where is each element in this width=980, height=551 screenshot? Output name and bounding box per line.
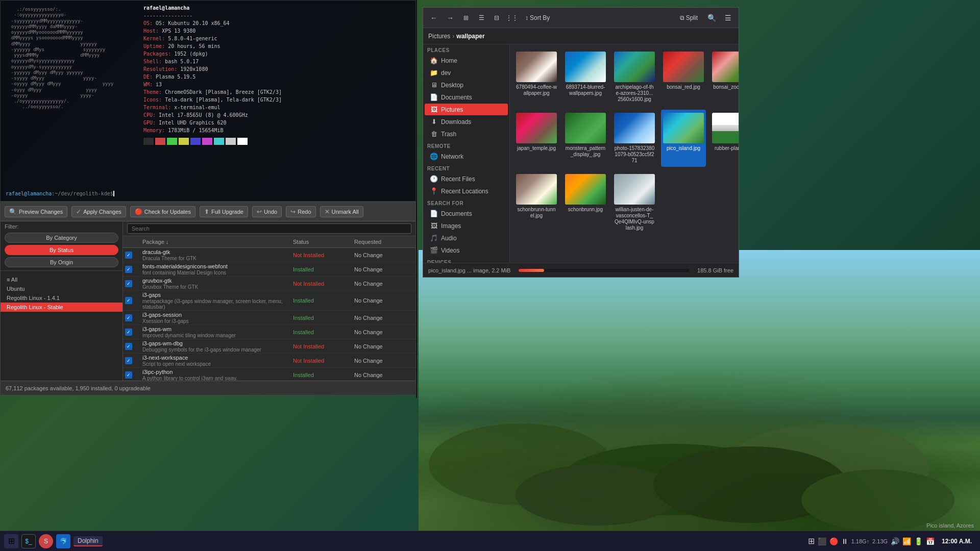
file-thumbnail [614, 174, 655, 205]
sidebar-item-label: Pictures [441, 106, 463, 113]
taskbar-synaptic-icon[interactable]: S [39, 534, 53, 548]
pkg-requested: No Change [352, 280, 413, 287]
icon-view-button[interactable]: ⊞ [460, 12, 472, 24]
taskbar-dolphin-label[interactable]: Dolphin [74, 536, 103, 546]
list-item[interactable]: pico_island.jpg [661, 110, 706, 167]
sidebar-item-search-audio[interactable]: 🎵 Audio [425, 232, 508, 244]
filter-by-category-button[interactable]: By Category [5, 233, 118, 243]
table-row[interactable]: ✓ fonts-materialdesignicons-webfontfont … [123, 262, 415, 277]
list-item[interactable]: schonbrunn-tunnel.jpg [514, 171, 559, 234]
list-item[interactable]: monstera_pattern_display_.jpg [563, 110, 608, 167]
list-item[interactable]: schonbrunn.jpg [563, 171, 608, 234]
unmark-all-button[interactable]: ✕ Unmark All [320, 206, 363, 217]
list-item[interactable]: bonsai_zoom.jpg [710, 48, 739, 106]
repo-all[interactable]: ≡ All [1, 275, 122, 284]
file-thumbnail [663, 113, 704, 143]
os-value: OS: Kubuntu 20.10 x86_64 [156, 20, 230, 26]
package-count-text: 67,112 packages available, 1,950 install… [6, 385, 151, 391]
sidebar-item-documents[interactable]: 📄 Documents [425, 91, 508, 103]
forward-button[interactable]: → [444, 11, 457, 24]
sidebar-item-search-images[interactable]: 🖼 Images [425, 220, 508, 232]
theme-value: ChromeOSDark [Plasma], Breeze [GTK2/3] [165, 89, 282, 95]
taskbar-nav-icon-1[interactable]: ⊞ [808, 536, 815, 546]
list-view-button[interactable]: ☰ [475, 12, 487, 24]
uptime-value: 20 hours, 56 mins [168, 43, 220, 49]
repo-regolith-141[interactable]: Regolith Linux - 1.4.1 [1, 293, 122, 303]
table-row[interactable]: ✓ i3-gaps-wmimproved dynamic tiling wind… [123, 325, 415, 339]
apply-changes-button[interactable]: ✓ Apply Changes [71, 206, 126, 217]
compact-view-button[interactable]: ⋮⋮ [506, 12, 518, 24]
sidebar-item-network[interactable]: 🌐 Network [425, 151, 508, 162]
sidebar-item-downloads[interactable]: ⬇ Downloads [425, 116, 508, 128]
sidebar-item-recent-locations[interactable]: 📍 Recent Locations [425, 185, 508, 197]
file-thumbnail [712, 113, 739, 143]
details-view-button[interactable]: ⊟ [491, 12, 503, 24]
repo-regolith-stable[interactable]: Regolith Linux - Stable [1, 303, 122, 312]
list-item[interactable]: bonsai_red.jpg [661, 48, 706, 106]
sidebar-item-label: Videos [441, 247, 459, 254]
menu-button[interactable]: ☰ [721, 11, 734, 24]
list-item[interactable]: 6780494-coffee-wallpaper.jpg [514, 48, 559, 106]
pkg-status: Not Installed [291, 357, 352, 364]
sidebar-item-search-documents[interactable]: 📄 Documents [425, 208, 508, 219]
search-input[interactable] [127, 223, 411, 234]
table-row[interactable]: ✓ i3ipc-pythonA python library to contro… [123, 368, 415, 381]
table-row[interactable]: ✓ dracula-gtkDracula Theme for GTK Not I… [123, 248, 415, 262]
full-upgrade-button[interactable]: ⬆ Full Upgrade [200, 206, 248, 217]
search-button[interactable]: 🔍 [705, 11, 718, 24]
table-row[interactable]: ✓ i3-gaps-sessionXsession for i3-gaps In… [123, 311, 415, 325]
list-item[interactable]: 6893714-blurred-wallpapers.jpg [563, 48, 608, 106]
apps-button[interactable]: ⊞ [4, 534, 18, 548]
sidebar-item-pictures[interactable]: 🖼 Pictures [425, 104, 508, 115]
table-row[interactable]: ✓ i3-gaps-wm-dbgDebugging symbols for th… [123, 339, 415, 354]
taskbar-nav-icon-2[interactable]: ⬛ [818, 537, 826, 545]
list-item[interactable]: willian-justen-de-vasconcellos-T_Qe4QlMI… [612, 171, 657, 234]
taskbar-dolphin-icon[interactable]: 🐬 [56, 534, 70, 548]
calendar-icon[interactable]: 📅 [926, 537, 935, 545]
sidebar-item-search-videos[interactable]: 🎬 Videos [425, 244, 508, 256]
table-row[interactable]: ✓ i3-gapsmetapackage (i3-gaps window man… [123, 291, 415, 311]
network-icon-tray[interactable]: 📶 [902, 537, 911, 545]
split-button[interactable]: ⧉ Split [676, 13, 702, 23]
breadcrumb-wallpaper[interactable]: wallpaper [456, 33, 484, 40]
file-thumbnail [516, 113, 557, 143]
list-item[interactable]: archipelago-of-the-azores-2310...2560x16… [612, 48, 657, 106]
list-item[interactable]: japan_temple.jpg [514, 110, 559, 167]
preview-changes-button[interactable]: 🔍 Preview Changes [5, 206, 67, 217]
volume-icon[interactable]: 🔊 [891, 537, 899, 545]
col-package: Package ↓ [140, 238, 291, 246]
recent-locations-icon: 📍 [430, 187, 438, 195]
breadcrumb-pictures[interactable]: Pictures [428, 33, 450, 40]
pkg-requested: No Change [352, 297, 413, 304]
taskbar-terminal-icon[interactable]: $_ [21, 534, 36, 548]
synaptic-sidebar: Filter: By Category By Status By Origin … [1, 221, 123, 381]
list-item[interactable]: photo-1578323801079-b0523cc5f271 [612, 110, 657, 167]
list-item[interactable]: rubber-plant.jpg [710, 110, 739, 167]
pkg-status: Not Installed [291, 343, 352, 350]
folder-icon: 📁 [430, 69, 438, 77]
sidebar-item-trash[interactable]: 🗑 Trash [425, 128, 508, 140]
back-button[interactable]: ← [427, 11, 440, 24]
taskbar-nav-icon-4[interactable]: ⏸ [841, 537, 848, 545]
search-images-icon: 🖼 [430, 222, 438, 230]
taskbar-nav-icon-3[interactable]: 🔴 [829, 537, 838, 545]
sidebar-item-dev[interactable]: 📁 dev [425, 67, 508, 79]
de-value: Plasma 5.19.5 [156, 74, 195, 80]
table-row[interactable]: ✓ i3-next-workspaceScript to open next w… [123, 354, 415, 368]
file-thumbnail [614, 113, 655, 143]
undo-button[interactable]: ↩ Undo [252, 206, 282, 217]
file-thumbnail [663, 52, 704, 82]
sidebar-item-desktop[interactable]: 🖥 Desktop [425, 79, 508, 91]
check-updates-button[interactable]: 🔴 Check for Updates [130, 206, 195, 217]
filter-by-origin-button[interactable]: By Origin [5, 257, 118, 267]
redo-button[interactable]: ↪ Redo [286, 206, 315, 217]
repo-list: ≡ All Ubuntu Regolith Linux - 1.4.1 Rego… [1, 273, 122, 381]
table-row[interactable]: ✓ gruvbox-gtkGruvbox Theme for GTK Not I… [123, 277, 415, 291]
preview-icon: 🔍 [9, 208, 17, 215]
repo-ubuntu[interactable]: Ubuntu [1, 284, 122, 293]
documents-icon: 📄 [430, 93, 438, 101]
sidebar-item-recent-files[interactable]: 🕐 Recent Files [425, 173, 508, 185]
sidebar-item-home[interactable]: 🏠 Home [425, 55, 508, 66]
sort-by-button[interactable]: ↕ Sort By [521, 13, 554, 23]
filter-by-status-button[interactable]: By Status [5, 245, 118, 255]
